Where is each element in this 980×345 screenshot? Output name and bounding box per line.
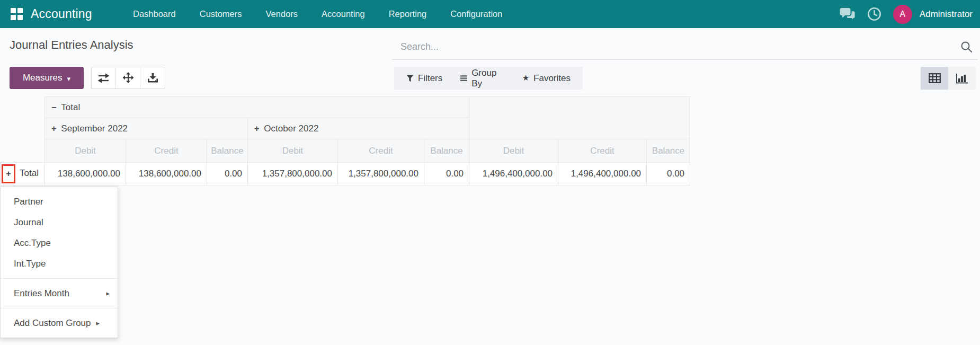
measure-header-debit[interactable]: Debit — [469, 139, 558, 163]
october-label: October 2022 — [264, 123, 318, 134]
menu-divider — [1, 308, 118, 308]
pivot-toolbar — [91, 67, 165, 89]
pivot-corner-cell — [1, 97, 45, 118]
expand-icon: + — [254, 124, 259, 133]
row-header-total[interactable]: +Total — [1, 163, 45, 185]
main-menu: Dashboard Customers Vendors Accounting R… — [133, 0, 502, 28]
pivot-table: −Total +September 2022 +October 2022 Deb… — [0, 96, 690, 185]
nav-item-customers[interactable]: Customers — [200, 9, 242, 19]
flip-axis-button[interactable] — [92, 67, 116, 89]
navbar-right: A Administrator — [840, 0, 973, 28]
graph-view-button[interactable] — [948, 67, 976, 90]
cell-october-balance: 0.00 — [424, 163, 469, 185]
nav-item-dashboard[interactable]: Dashboard — [133, 9, 176, 19]
collapse-icon: − — [51, 103, 56, 112]
view-switcher — [921, 67, 976, 90]
expand-all-button[interactable] — [116, 67, 140, 89]
col-header-empty-cell — [469, 97, 690, 139]
row-total-label: Total — [20, 168, 39, 178]
cell-october-credit: 1,357,800,000.00 — [338, 163, 424, 185]
menu-item-add-custom-group[interactable]: Add Custom Group ▸ — [1, 313, 118, 333]
entries-month-label: Entries Month — [14, 288, 69, 299]
screen: Accounting Dashboard Customers Vendors A… — [0, 0, 980, 345]
cell-total-credit: 1,496,400,000.00 — [558, 163, 647, 185]
filters-button[interactable]: Filters — [397, 67, 451, 90]
col-header-september-2022[interactable]: +September 2022 — [45, 118, 248, 139]
groupby-dropdown-menu: Partner Journal Acc.Type Int.Type Entrie… — [0, 187, 118, 338]
cell-september-balance: 0.00 — [207, 163, 248, 185]
messages-icon[interactable] — [840, 7, 856, 21]
search-bar — [392, 34, 978, 60]
top-navbar: Accounting Dashboard Customers Vendors A… — [0, 0, 980, 28]
measure-header-credit[interactable]: Credit — [558, 139, 647, 163]
col-header-total-label: Total — [61, 102, 80, 112]
measure-header-debit[interactable]: Debit — [248, 139, 338, 163]
funnel-icon — [406, 75, 414, 82]
menu-item-partner[interactable]: Partner — [1, 191, 118, 212]
nav-item-vendors[interactable]: Vendors — [266, 9, 298, 19]
september-label: September 2022 — [61, 123, 128, 134]
cell-total-debit: 1,496,400,000.00 — [469, 163, 558, 185]
menu-item-entries-month[interactable]: Entries Month ▸ — [1, 283, 118, 304]
measure-header-debit[interactable]: Debit — [45, 139, 126, 163]
add-custom-group-label: Add Custom Group — [14, 318, 91, 329]
nav-item-accounting[interactable]: Accounting — [322, 9, 365, 19]
group-by-label: Group By — [471, 68, 504, 89]
cell-september-debit: 138,600,000.00 — [45, 163, 126, 185]
search-icon[interactable] — [960, 41, 973, 53]
col-header-october-2022[interactable]: +October 2022 — [248, 118, 469, 139]
activities-clock-icon[interactable] — [867, 7, 881, 21]
submenu-arrow-icon: ▸ — [106, 289, 110, 297]
search-input[interactable] — [392, 41, 960, 52]
bar-chart-icon — [956, 73, 968, 84]
menu-item-int-type[interactable]: Int.Type — [1, 253, 118, 274]
nav-item-reporting[interactable]: Reporting — [389, 9, 427, 19]
page-title: Journal Entries Analysis — [10, 38, 133, 52]
grid-icon — [929, 73, 941, 83]
measure-header-balance[interactable]: Balance — [424, 139, 469, 163]
pivot-corner-cell — [1, 118, 45, 139]
menu-item-journal[interactable]: Journal — [1, 212, 118, 233]
col-header-total[interactable]: −Total — [45, 97, 469, 118]
menu-divider — [1, 278, 118, 279]
submenu-arrow-icon: ▸ — [96, 319, 100, 327]
measures-label: Measures — [23, 73, 63, 83]
measure-header-balance[interactable]: Balance — [207, 139, 248, 163]
favorites-label: Favorites — [533, 73, 571, 84]
cell-october-debit: 1,357,800,000.00 — [248, 163, 338, 185]
nav-item-configuration[interactable]: Configuration — [450, 9, 502, 19]
pivot-corner-cell — [1, 139, 45, 163]
download-button[interactable] — [140, 67, 165, 89]
measure-header-credit[interactable]: Credit — [126, 139, 207, 163]
pivot-view-button[interactable] — [921, 67, 948, 90]
star-icon: ★ — [522, 73, 529, 83]
measures-button[interactable]: Measures ▾ — [10, 67, 84, 89]
expand-icon: + — [51, 124, 56, 133]
measure-header-balance[interactable]: Balance — [647, 139, 690, 163]
cell-september-credit: 138,600,000.00 — [126, 163, 207, 185]
group-by-button[interactable]: Group By — [451, 67, 513, 90]
menu-item-acc-type[interactable]: Acc.Type — [1, 233, 118, 253]
expand-row-button-highlighted[interactable]: + — [2, 164, 15, 183]
bars-icon — [460, 75, 467, 82]
measure-header-credit[interactable]: Credit — [338, 139, 424, 163]
user-avatar[interactable]: A — [893, 5, 912, 24]
cell-total-balance: 0.00 — [647, 163, 690, 185]
favorites-button[interactable]: ★ Favorites — [513, 67, 580, 90]
app-name[interactable]: Accounting — [31, 0, 92, 28]
user-name[interactable]: Administrator — [920, 9, 973, 20]
filters-label: Filters — [418, 73, 442, 84]
caret-down-icon: ▾ — [67, 75, 71, 83]
apps-grid-icon[interactable] — [11, 8, 23, 20]
search-filter-bar: Filters Group By ★ Favorites — [394, 67, 583, 90]
